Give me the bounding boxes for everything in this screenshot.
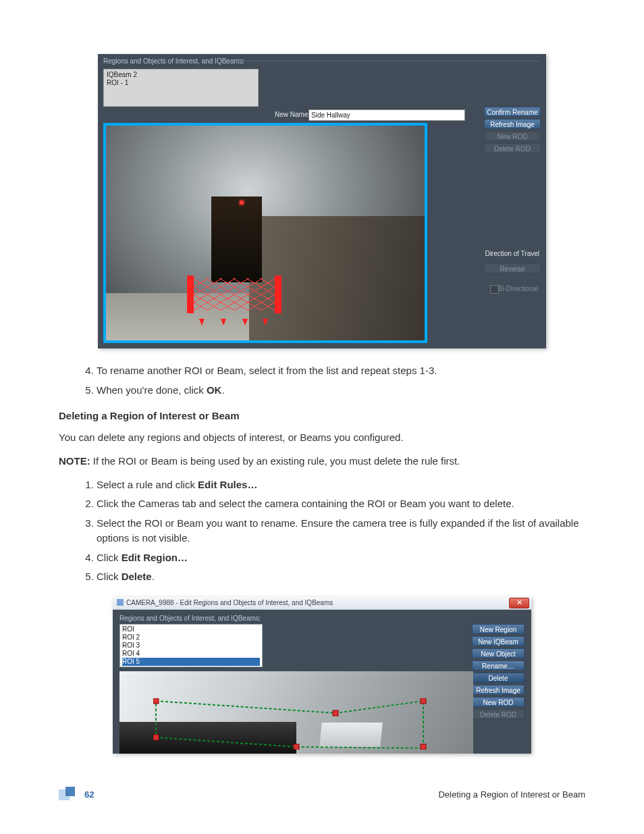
camera-preview: [103, 123, 427, 343]
scene-doorway-icon: [211, 197, 263, 282]
delete-button[interactable]: Delete: [472, 673, 525, 683]
groupbox-rule-icon: [236, 61, 539, 61]
window-titlebar: CAMERA_9988 - Edit Regions and Objects o…: [113, 597, 531, 610]
list-item[interactable]: IQBeam 2: [107, 71, 255, 79]
svg-rect-3: [421, 744, 426, 750]
new-name-label: New Name:: [275, 111, 310, 118]
close-icon: ✕: [516, 598, 522, 606]
new-name-input[interactable]: [308, 109, 465, 121]
window-title: CAMERA_9988 - Edit Regions and Objects o…: [126, 599, 333, 606]
step-1: Select a rule and click Edit Rules…: [97, 477, 585, 493]
new-region-button[interactable]: New Region: [472, 624, 525, 634]
svg-rect-4: [294, 744, 299, 750]
list-item-selected[interactable]: ROI 5: [122, 658, 260, 666]
refresh-image-button[interactable]: Refresh Image: [484, 119, 541, 129]
svg-rect-5: [153, 735, 159, 740]
delete-rod-button: Delete ROD: [484, 143, 541, 153]
new-object-button[interactable]: New Object: [472, 648, 525, 658]
group-label: Regions and Objects of Interest, and IQB…: [103, 57, 245, 65]
screenshot-rename-roi: Regions and Objects of Interest, and IQB…: [98, 54, 546, 348]
list-item[interactable]: ROI 2: [122, 633, 260, 642]
reverse-button: Reverse: [484, 263, 541, 273]
section-heading: Deleting a Region of Interest or Beam: [59, 410, 585, 421]
roi-listbox-2[interactable]: ROI ROI 2 ROI 3 ROI 4 ROI 5: [119, 624, 263, 667]
step-4: To rename another ROI or Beam, select it…: [97, 363, 585, 379]
group-label-2: Regions and Objects of Interest, and IQB…: [119, 615, 261, 622]
page-number: 62: [84, 789, 94, 800]
svg-rect-1: [333, 710, 338, 716]
note-paragraph: NOTE: If the ROI or Beam is being used b…: [59, 453, 585, 469]
exit-sign-icon: [240, 201, 244, 205]
body-paragraph: You can delete any regions and objects o…: [59, 429, 585, 445]
step-5b: Click Delete.: [97, 569, 585, 585]
new-iqbeam-button[interactable]: New IQBeam: [472, 636, 525, 646]
confirm-rename-button[interactable]: Confirm Rename: [484, 107, 541, 117]
steps-list-bottom: Select a rule and click Edit Rules… Clic…: [59, 477, 585, 585]
direction-of-travel-label: Direction of Travel: [485, 250, 539, 257]
list-item[interactable]: ROI: [122, 625, 260, 633]
roi-listbox[interactable]: IQBeam 2 ROI - 1: [103, 69, 259, 107]
window-icon: [117, 599, 124, 606]
rename-button[interactable]: Rename…: [472, 660, 525, 671]
delete-rod-button-2: Delete ROD: [472, 709, 525, 719]
refresh-image-button-2[interactable]: Refresh Image: [472, 685, 525, 695]
step-4b: Click Edit Region…: [97, 550, 585, 566]
footer-title: Deleting a Region of Interest or Beam: [438, 789, 585, 800]
screenshot-delete-roi: CAMERA_9988 - Edit Regions and Objects o…: [113, 597, 531, 754]
iqbeam-overlay-icon: [187, 276, 281, 313]
close-button[interactable]: ✕: [509, 598, 529, 608]
svg-rect-2: [421, 698, 426, 704]
list-item[interactable]: ROI 4: [122, 650, 260, 658]
note-label: NOTE:: [59, 455, 90, 467]
document-page: Regions and Objects of Interest, and IQB…: [0, 0, 644, 834]
list-item[interactable]: ROI - 1: [107, 79, 255, 87]
step-5: When you're done, click OK.: [97, 383, 585, 398]
roi-polygon-overlay-icon: [153, 698, 427, 750]
step-2: Click the Cameras tab and select the cam…: [97, 496, 585, 512]
new-rod-button: New ROD: [484, 131, 541, 141]
footer-logo-icon: [59, 787, 78, 802]
page-footer: 62 Deleting a Region of Interest or Beam: [59, 787, 585, 802]
list-item[interactable]: ROI 3: [122, 642, 260, 650]
step-3: Select the ROI or Beam you want to renam…: [97, 516, 585, 546]
bidirectional-label: Bi-Directional: [498, 285, 538, 292]
svg-rect-0: [153, 698, 159, 704]
new-rod-button-2[interactable]: New ROD: [472, 697, 525, 707]
steps-list-top: To rename another ROI or Beam, select it…: [59, 363, 585, 398]
